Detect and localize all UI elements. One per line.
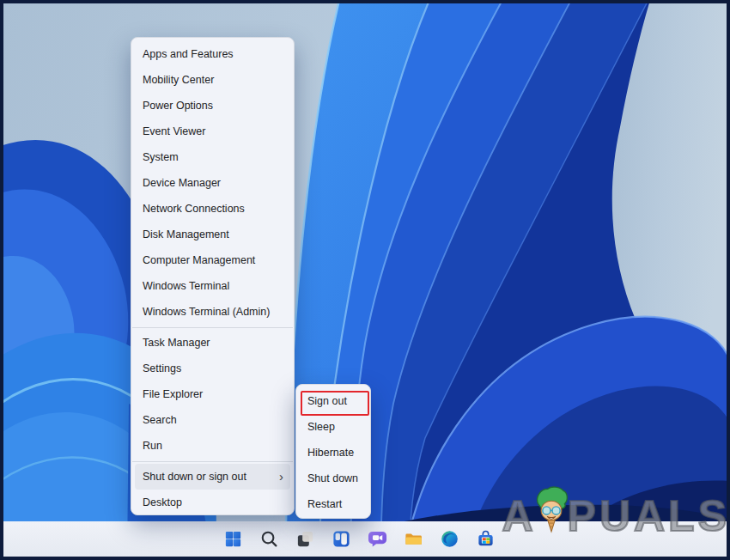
desktop: Apps and Features Mobility Center Power … — [0, 0, 730, 560]
menu-item-search[interactable]: Search — [131, 407, 294, 433]
search-icon — [259, 529, 279, 549]
menu-item-system[interactable]: System — [131, 144, 294, 170]
file-explorer-icon — [404, 529, 423, 549]
menu-item-label: Shut down or sign out — [143, 471, 246, 483]
task-view-button[interactable] — [295, 529, 315, 550]
menu-item-task-manager[interactable]: Task Manager — [131, 330, 294, 356]
menu-separator — [132, 461, 293, 462]
file-explorer-button[interactable] — [403, 529, 423, 550]
edge-icon — [440, 529, 459, 549]
widgets-button[interactable] — [331, 529, 351, 550]
submenu-item-sleep[interactable]: Sleep — [296, 414, 370, 440]
menu-item-shut-down-or-sign-out[interactable]: Shut down or sign out › — [135, 464, 290, 490]
submenu-item-restart[interactable]: Restart — [296, 491, 370, 517]
menu-item-power-options[interactable]: Power Options — [131, 93, 294, 119]
store-button[interactable] — [475, 529, 496, 550]
menu-item-disk-management[interactable]: Disk Management — [131, 222, 294, 247]
menu-item-mobility-center[interactable]: Mobility Center — [131, 67, 294, 93]
chat-icon — [368, 529, 387, 549]
submenu-item-hibernate[interactable]: Hibernate — [296, 440, 370, 466]
menu-separator — [132, 327, 293, 328]
store-icon — [476, 529, 496, 549]
start-button[interactable] — [222, 529, 243, 550]
menu-item-apps-and-features[interactable]: Apps and Features — [131, 41, 294, 67]
task-view-icon — [295, 529, 315, 549]
chat-button[interactable] — [367, 529, 387, 550]
taskbar — [0, 521, 730, 557]
menu-item-network-connections[interactable]: Network Connections — [131, 196, 294, 222]
widgets-icon — [332, 529, 351, 549]
shutdown-submenu: Sign out Sleep Hibernate Shut down Resta… — [295, 384, 371, 519]
chevron-right-icon: › — [279, 470, 283, 483]
menu-item-event-viewer[interactable]: Event Viewer — [131, 119, 294, 144]
start-icon — [223, 529, 243, 549]
menu-item-windows-terminal[interactable]: Windows Terminal — [131, 273, 294, 299]
taskbar-icons — [222, 529, 496, 550]
edge-button[interactable] — [439, 529, 459, 550]
menu-item-computer-management[interactable]: Computer Management — [131, 247, 294, 273]
submenu-item-shut-down[interactable]: Shut down — [296, 466, 370, 491]
submenu-item-sign-out[interactable]: Sign out — [296, 388, 370, 414]
menu-item-settings[interactable]: Settings — [131, 356, 294, 381]
menu-item-windows-terminal-admin[interactable]: Windows Terminal (Admin) — [131, 299, 294, 325]
menu-item-file-explorer[interactable]: File Explorer — [131, 381, 294, 407]
menu-item-run[interactable]: Run — [131, 433, 294, 459]
winx-menu: Apps and Features Mobility Center Power … — [131, 37, 295, 515]
menu-item-desktop[interactable]: Desktop — [131, 490, 294, 515]
menu-item-device-manager[interactable]: Device Manager — [131, 170, 294, 196]
search-button[interactable] — [259, 529, 279, 550]
